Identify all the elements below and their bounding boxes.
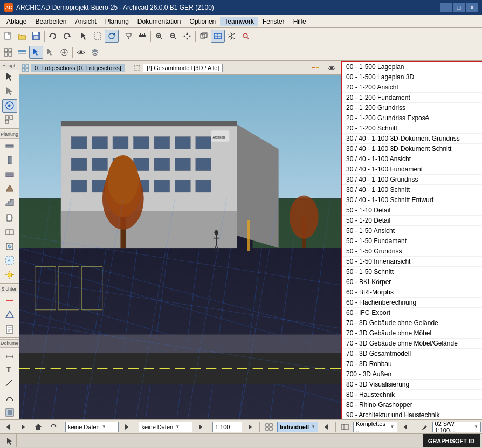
tb-measure[interactable] <box>135 30 149 43</box>
combo-pen-set[interactable]: 02 S/W 1:100... ▼ <box>432 422 481 432</box>
maximize-button[interactable]: □ <box>453 3 465 12</box>
menu-hilfe[interactable]: Hilfe <box>289 17 311 26</box>
tb-nav-floor[interactable] <box>15 46 29 59</box>
tb-open[interactable] <box>15 30 29 43</box>
tb-view-settings[interactable] <box>211 30 225 43</box>
status-graphisoft-logo[interactable]: GRAPHISOFT ID <box>423 434 480 447</box>
nav-btn-plan-prev[interactable] <box>398 421 412 433</box>
tool-dimension[interactable] <box>2 348 17 362</box>
tb-save[interactable] <box>29 30 43 43</box>
tb-zoom-in[interactable] <box>152 30 166 43</box>
menu-optionen[interactable]: Optionen <box>185 17 221 26</box>
dropdown-item-7[interactable]: 30 / 40 - 1-100 3D-Dokument Grundriss <box>342 134 482 144</box>
combo-data2[interactable]: keine Daten ▼ <box>139 422 192 432</box>
tb-rotate[interactable] <box>105 30 119 43</box>
tb-new[interactable] <box>1 30 15 43</box>
tool-zone[interactable]: A <box>2 254 17 267</box>
tb-nav-select[interactable] <box>29 46 43 59</box>
dropdown-item-18[interactable]: 50 - 1-50 Grundriss <box>342 246 482 257</box>
dropdown-item-4[interactable]: 20 - 1-200 Grundriss <box>342 103 482 113</box>
tb-nav-eye[interactable] <box>74 46 88 59</box>
tool-section-cut[interactable] <box>2 294 17 307</box>
dropdown-item-10[interactable]: 30 / 40 - 1-100 Fundament <box>342 164 482 175</box>
dropdown-item-34[interactable]: 90 - Architektur und Haustechnik <box>342 410 482 419</box>
tool-magic-wand[interactable] <box>2 99 17 113</box>
tool-window[interactable] <box>2 225 17 239</box>
tb-pan[interactable] <box>180 30 194 43</box>
nav-btn-view-prev[interactable] <box>319 421 333 433</box>
tb-marquee[interactable] <box>91 30 105 43</box>
tool-column[interactable] <box>2 154 17 167</box>
tool-slab[interactable] <box>2 168 17 182</box>
tool-wall[interactable] <box>2 139 17 153</box>
tb-undo[interactable] <box>46 30 60 43</box>
dropdown-item-19[interactable]: 50 - 1-50 Innenansicht <box>342 257 482 267</box>
dropdown-item-0[interactable]: 00 - 1-500 Lageplan <box>342 62 482 72</box>
tool-text[interactable]: T <box>2 363 17 376</box>
dropdown-item-20[interactable]: 50 - 1-50 Schnitt <box>342 267 482 277</box>
dropdown-item-5[interactable]: 20 - 1-200 Grundriss Exposé <box>342 113 482 123</box>
dropdown-item-1[interactable]: 00 - 1-500 Lageplan 3D <box>342 72 482 82</box>
menu-ablage[interactable]: Ablage <box>2 17 31 26</box>
dropdown-item-11[interactable]: 30 / 40 - 1-100 Grundriss <box>342 175 482 185</box>
minimize-button[interactable]: ─ <box>440 3 452 12</box>
view-tag[interactable]: {!} Gesamtmodell [3D / Alle] <box>143 64 223 72</box>
tb-redo[interactable] <box>60 30 74 43</box>
tb-zoom-out[interactable] <box>166 30 180 43</box>
dropdown-item-17[interactable]: 50 - 1-50 Fundament <box>342 236 482 246</box>
tb-select[interactable] <box>77 30 91 43</box>
combo-scale[interactable]: 1:100 <box>212 422 242 432</box>
combo-data1[interactable]: keine Daten ▼ <box>65 422 119 432</box>
tool-stair[interactable] <box>2 197 17 210</box>
tool-line[interactable] <box>2 377 17 390</box>
tool-hand[interactable] <box>2 114 17 127</box>
dropdown-item-31[interactable]: 80 - 3D Visualisierung <box>342 380 482 390</box>
tool-fill[interactable] <box>2 405 17 419</box>
nav-btn-pen-icon[interactable] <box>417 421 431 433</box>
dropdown-item-25[interactable]: 70 - 3D Gebäude ohne Gelände <box>342 318 482 328</box>
tb-nav-grid[interactable] <box>1 46 15 59</box>
tool-rotate-arrow[interactable] <box>2 85 17 99</box>
menu-bearbeiten[interactable]: Bearbeiten <box>31 17 71 26</box>
combo-plan-mode[interactable]: Komplettes ... ▼ <box>353 422 397 432</box>
nav-reload[interactable] <box>46 421 60 433</box>
tb-nav-layers[interactable] <box>88 46 102 59</box>
tb-3d-nav[interactable] <box>197 30 211 43</box>
tool-object[interactable] <box>2 239 17 253</box>
nav-btn-scale[interactable] <box>243 421 257 433</box>
dropdown-item-15[interactable]: 50 - 1-20 Detail <box>342 216 482 226</box>
dropdown-item-8[interactable]: 30 / 40 - 1-100 3D-Dokument Schnitt <box>342 144 482 154</box>
menu-fenster[interactable]: Fenster <box>258 17 289 26</box>
nav-forward[interactable] <box>16 421 30 433</box>
tool-door[interactable] <box>2 211 17 224</box>
tb-arrow[interactable] <box>121 30 135 43</box>
tool-roof[interactable] <box>2 182 17 196</box>
menu-ansicht[interactable]: Ansicht <box>71 17 100 26</box>
dropdown-item-6[interactable]: 20 - 1-200 Schnitt <box>342 123 482 134</box>
floor-tag[interactable]: 0. Erdgeschoss [0. Erdgeschoss] <box>31 64 125 72</box>
dropdown-item-28[interactable]: 70 - 3D Gesamtmodell <box>342 349 482 359</box>
nav-btn-grid2[interactable] <box>262 421 276 433</box>
nav-home[interactable] <box>31 421 45 433</box>
dropdown-item-24[interactable]: 60 - IFC-Export <box>342 308 482 318</box>
combo-view-mode[interactable]: Individuell ▼ <box>277 422 318 432</box>
dropdown-item-9[interactable]: 30 / 40 - 1-100 Ansicht <box>342 154 482 164</box>
tool-worksheet[interactable] <box>2 322 17 336</box>
tb-search[interactable] <box>239 30 253 43</box>
tb-eye-visibility[interactable] <box>325 61 339 74</box>
tool-elevation[interactable] <box>2 308 17 322</box>
dropdown-item-16[interactable]: 50 - 1-50 Ansicht <box>342 226 482 236</box>
3d-scene[interactable]: Archicad <box>19 75 341 419</box>
tool-light[interactable] <box>2 268 17 282</box>
dropdown-list-panel[interactable]: 00 - 1-500 Lageplan 00 - 1-500 Lageplan … <box>341 61 482 419</box>
dropdown-item-2[interactable]: 20 - 1-200 Ansicht <box>342 82 482 93</box>
nav-back[interactable] <box>1 421 15 433</box>
dropdown-item-21[interactable]: 60 - BKI-Körper <box>342 277 482 287</box>
dropdown-item-12[interactable]: 30 / 40 - 1-100 Schnitt <box>342 185 482 195</box>
tb-nav-arrow[interactable] <box>43 46 57 59</box>
tb-nav-extra[interactable] <box>57 46 71 59</box>
tb-scissors[interactable] <box>225 30 239 43</box>
nav-btn-data2[interactable] <box>194 421 208 433</box>
menu-teamwork[interactable]: Teamwork <box>220 17 258 26</box>
tool-arc[interactable] <box>2 391 17 405</box>
